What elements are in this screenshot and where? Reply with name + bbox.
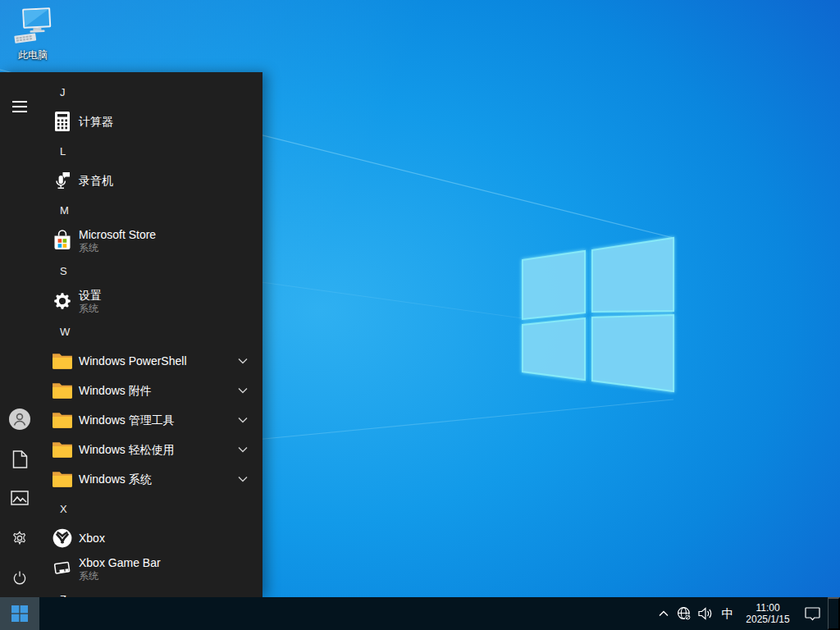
pictures-icon <box>11 491 29 505</box>
start-menu: J 计算器 L <box>0 72 262 597</box>
start-menu-expand-button[interactable] <box>0 87 39 126</box>
pictures-button[interactable] <box>0 478 39 518</box>
section-header-j[interactable]: J <box>39 77 262 107</box>
microsoft-store-icon <box>49 227 75 253</box>
voice-recorder-icon <box>49 167 75 194</box>
chevron-down-icon[interactable] <box>238 446 248 453</box>
settings-app-icon <box>49 288 75 314</box>
folder-item-windows-powershell[interactable]: Windows PowerShell <box>39 346 262 376</box>
app-item-settings[interactable]: 设置 系统 <box>39 285 262 317</box>
start-app-list: J 计算器 L <box>39 72 262 597</box>
chevron-down-icon[interactable] <box>238 358 248 364</box>
settings-gear-icon <box>11 530 28 546</box>
section-header-x[interactable]: X <box>39 494 262 523</box>
folder-item-windows-ease-of-access[interactable]: Windows 轻松使用 <box>39 435 262 464</box>
folder-item-windows-admin-tools[interactable]: Windows 管理工具 <box>39 405 262 435</box>
xbox-game-bar-icon <box>49 555 75 582</box>
documents-button[interactable] <box>0 440 39 479</box>
section-header-m[interactable]: M <box>39 195 262 225</box>
folder-icon <box>49 377 75 404</box>
ime-indicator[interactable]: 中 <box>716 597 739 630</box>
this-pc-label: 此电脑 <box>18 48 48 62</box>
app-item-xbox-game-bar[interactable]: Xbox Game Bar 系统 <box>39 553 262 584</box>
start-menu-rail <box>0 72 39 597</box>
this-pc-icon <box>11 5 54 48</box>
folder-item-windows-accessories[interactable]: Windows 附件 <box>39 376 262 405</box>
tray-expand-button[interactable] <box>654 597 673 630</box>
calculator-icon <box>49 108 75 135</box>
documents-icon <box>12 450 28 468</box>
app-item-voice-recorder[interactable]: 录音机 <box>39 166 262 195</box>
action-center-button[interactable] <box>797 597 828 630</box>
desktop-icon-this-pc[interactable]: 此电脑 <box>7 5 59 64</box>
folder-icon <box>49 436 75 463</box>
app-item-xbox[interactable]: Xbox <box>39 523 262 553</box>
folder-icon <box>49 348 75 374</box>
start-button[interactable] <box>0 597 39 630</box>
app-item-microsoft-store[interactable]: Microsoft Store 系统 <box>39 225 262 256</box>
section-header-z[interactable]: Z <box>39 584 262 597</box>
user-account-button[interactable] <box>0 399 39 439</box>
section-header-s[interactable]: S <box>39 256 262 285</box>
chevron-down-icon[interactable] <box>238 417 248 423</box>
taskbar-clock[interactable]: 11:00 2025/1/15 <box>739 597 797 630</box>
chevron-down-icon[interactable] <box>238 476 248 482</box>
section-header-l[interactable]: L <box>39 136 262 166</box>
user-avatar-icon <box>8 408 31 431</box>
power-button[interactable] <box>0 558 39 597</box>
show-desktop-button[interactable] <box>828 597 840 630</box>
volume-icon <box>698 607 713 620</box>
section-header-w[interactable]: W <box>39 317 262 346</box>
clock-time: 11:00 <box>756 602 779 614</box>
app-item-calculator[interactable]: 计算器 <box>39 107 262 136</box>
volume-button[interactable] <box>695 597 716 630</box>
hamburger-icon <box>12 101 27 112</box>
taskbar: 中 11:00 2025/1/15 <box>0 597 840 630</box>
chevron-down-icon[interactable] <box>238 387 248 394</box>
folder-item-windows-system[interactable]: Windows 系统 <box>39 464 262 494</box>
chevron-up-icon <box>659 610 669 617</box>
network-status-button[interactable] <box>673 597 695 630</box>
rail-settings-button[interactable] <box>0 518 39 558</box>
windows-logo-icon <box>11 605 28 622</box>
action-center-icon <box>805 607 820 621</box>
xbox-icon <box>49 525 75 551</box>
power-icon <box>11 569 28 586</box>
system-tray: 中 11:00 2025/1/15 <box>654 597 840 630</box>
folder-icon <box>49 407 75 433</box>
clock-date: 2025/1/15 <box>746 614 789 626</box>
folder-icon <box>49 466 75 492</box>
network-globe-no-internet-icon <box>677 606 692 621</box>
